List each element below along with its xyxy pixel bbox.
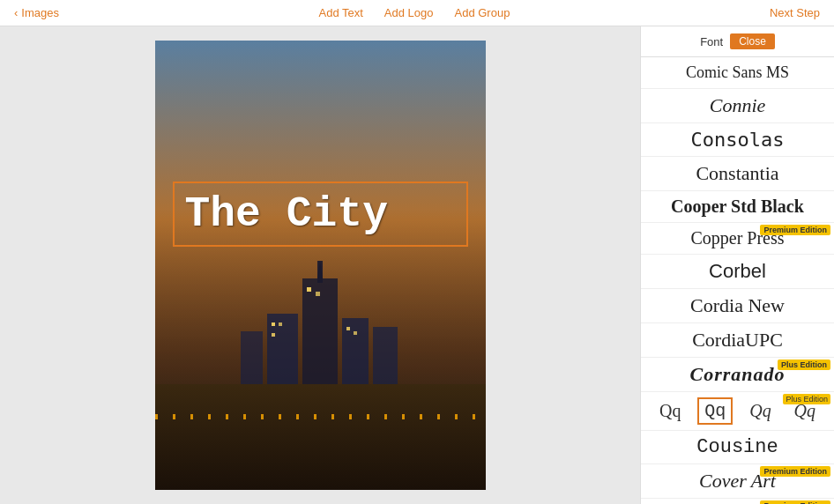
overlay-text: The City [185, 190, 388, 238]
next-step-button[interactable]: Next Step [770, 6, 820, 19]
font-item-cordia-new[interactable]: Cordia New [641, 289, 834, 323]
canvas-area: The City [0, 26, 640, 504]
badge-plus-qq: Plus Edition [783, 394, 830, 404]
font-name-comic-sans: Comic Sans MS [686, 63, 789, 82]
badge-premium-copper: Premium Edition [760, 225, 830, 235]
font-name-cordia-upc: CordiaUPC [692, 329, 783, 352]
font-label: Font [700, 35, 723, 48]
text-overlay-box[interactable]: The City [173, 182, 468, 247]
street-element [155, 384, 486, 490]
font-item-consolas[interactable]: Consolas [641, 123, 834, 157]
svg-rect-9 [272, 333, 275, 337]
canvas-image: The City [155, 41, 486, 490]
qq-variant-2[interactable]: Qq [697, 397, 733, 425]
topbar-center: Add Text Add Logo Add Group [318, 6, 510, 19]
font-variants-row: Qq Qq Qq Qq Plus Edition [641, 392, 834, 431]
svg-rect-11 [316, 292, 320, 296]
back-arrow-icon: ‹ [14, 6, 18, 19]
lights-element [155, 414, 486, 419]
badge-premium-cow-patty: Premium Edition [760, 500, 830, 504]
font-item-cooper-std[interactable]: Cooper Std Black [641, 191, 834, 223]
font-panel: Font Close Comic Sans MS Connie Consolas… [640, 26, 834, 504]
font-name-corbel: Corbel [709, 260, 766, 283]
topbar: ‹ Images Add Text Add Logo Add Group Nex… [0, 0, 834, 26]
font-list: Comic Sans MS Connie Consolas Constantia… [641, 57, 834, 504]
font-item-constantia[interactable]: Constantia [641, 157, 834, 191]
font-name-cousine: Cousine [696, 436, 778, 458]
canvas-container: The City [155, 41, 486, 490]
add-logo-button[interactable]: Add Logo [384, 6, 434, 19]
svg-rect-10 [307, 287, 311, 292]
badge-plus-corranado: Plus Edition [778, 359, 830, 370]
qq-variant-3[interactable]: Qq [743, 398, 777, 424]
font-item-connie[interactable]: Connie [641, 89, 834, 123]
add-text-button[interactable]: Add Text [318, 6, 362, 19]
font-item-corbel[interactable]: Corbel [641, 255, 834, 289]
font-name-cooper-std: Cooper Std Black [671, 196, 804, 217]
svg-rect-12 [346, 327, 350, 330]
add-group-button[interactable]: Add Group [455, 6, 510, 19]
font-item-comic-sans[interactable]: Comic Sans MS [641, 57, 834, 89]
font-name-consolas: Consolas [691, 129, 785, 151]
font-item-copper-press[interactable]: Copper Press Premium Edition [641, 223, 834, 255]
svg-rect-7 [272, 322, 275, 326]
font-item-cousine[interactable]: Cousine [641, 431, 834, 464]
svg-rect-13 [354, 331, 357, 335]
back-button[interactable]: ‹ Images [14, 6, 59, 19]
font-item-cordia-upc[interactable]: CordiaUPC [641, 323, 834, 358]
city-skyline-icon [223, 261, 417, 402]
qq-variant-1[interactable]: Qq [653, 398, 687, 424]
font-name-connie: Connie [710, 94, 766, 117]
svg-rect-0 [302, 278, 338, 402]
font-name-corranado: Corranado [689, 363, 785, 386]
main-area: The City Font Close Comic Sans MS Connie… [0, 26, 834, 504]
font-item-cow-patty[interactable]: Cow Patty Premium Edition [641, 499, 834, 504]
font-item-cover-art[interactable]: Cover Art Premium Edition [641, 464, 834, 499]
back-label[interactable]: Images [21, 6, 59, 19]
font-name-cordia-new: Cordia New [690, 294, 785, 317]
close-button[interactable]: Close [730, 33, 775, 49]
badge-premium-cover-art: Premium Edition [760, 466, 830, 477]
font-item-corranado[interactable]: Corranado Plus Edition [641, 358, 834, 392]
font-name-constantia: Constantia [696, 162, 778, 185]
font-panel-header: Font Close [641, 26, 834, 57]
svg-rect-8 [279, 322, 282, 326]
